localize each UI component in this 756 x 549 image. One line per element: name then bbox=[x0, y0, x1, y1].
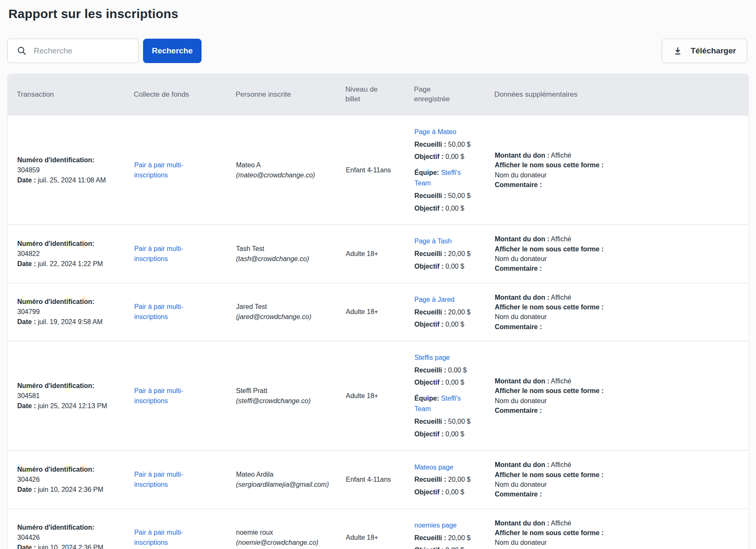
goal-label: Objectif : bbox=[414, 379, 443, 386]
team-goal-value: 0,00 $ bbox=[446, 205, 464, 212]
id-label: Numéro d'identification: bbox=[17, 382, 94, 389]
registrant-cell: noemie roux (noemie@crowdchange.co) bbox=[226, 528, 336, 548]
registered-page-link[interactable]: noemies page bbox=[414, 522, 457, 529]
ticket-level-cell: Adulte 18+ bbox=[336, 307, 405, 317]
registered-page-link[interactable]: Page à Mateo bbox=[414, 128, 456, 135]
id-label: Numéro d'identification: bbox=[17, 156, 94, 164]
transaction-id: 304426 bbox=[17, 475, 114, 485]
registered-page-link[interactable]: Steffis page bbox=[414, 354, 450, 361]
donation-amount-value: Affiché bbox=[551, 520, 571, 527]
donation-amount-label: Montant du don : bbox=[495, 235, 549, 243]
registrant-email: (sergioardilamejia@gmail.com) bbox=[236, 480, 326, 490]
goal-value: 0,00 $ bbox=[446, 488, 464, 496]
ticket-level: Enfant 4-11ans bbox=[346, 166, 391, 174]
registered-page-cell: Page à Mateo Recueilli : 50,00 $ Objecti… bbox=[405, 125, 485, 215]
registrant-email: (steffi@crowdchange.co) bbox=[236, 396, 326, 406]
comment-label: Commentaire : bbox=[495, 265, 542, 272]
fundraiser-link[interactable]: Pair à pair multi-inscriptions bbox=[134, 161, 183, 179]
registrant-cell: Steffi Pratt (steffi@crowdchange.co) bbox=[226, 386, 336, 406]
registered-page-link[interactable]: Mateos page bbox=[414, 464, 454, 471]
display-name-label: Afficher le nom sous cette forme : bbox=[495, 471, 604, 478]
ticket-level: Adulte 18+ bbox=[346, 392, 378, 399]
transaction-id: 304581 bbox=[17, 391, 114, 401]
display-name-label: Afficher le nom sous cette forme : bbox=[495, 245, 604, 253]
registered-page-link[interactable]: Page à Tash bbox=[414, 238, 452, 245]
collected-value: 20,00 $ bbox=[448, 476, 470, 483]
column-header-registered-page: Page enregistrée bbox=[404, 85, 485, 104]
additional-data-cell: Montant du don : Affiché Afficher le nom… bbox=[485, 376, 624, 415]
team-goal-label: Objectif : bbox=[414, 205, 443, 212]
search-box bbox=[7, 39, 139, 63]
fundraiser-link[interactable]: Pair à pair multi-inscriptions bbox=[134, 303, 183, 320]
fundraiser-link[interactable]: Pair à pair multi-inscriptions bbox=[134, 471, 183, 488]
fundraiser-cell: Pair à pair multi-inscriptions bbox=[125, 244, 226, 264]
registered-page-cell: Page à Jared Recueilli : 20,00 $ Objecti… bbox=[405, 293, 485, 332]
search-input[interactable] bbox=[34, 46, 133, 55]
ticket-level: Adulte 18+ bbox=[346, 308, 378, 315]
date-label: Date : bbox=[17, 486, 36, 493]
ticket-level: Adulte 18+ bbox=[346, 250, 378, 257]
transaction-date: juin 25, 2024 12:13 PM bbox=[38, 402, 107, 409]
additional-data-cell: Montant du don : Affiché Afficher le nom… bbox=[485, 460, 624, 499]
column-header-fundraiser: Collecte de fonds bbox=[124, 90, 226, 100]
donation-amount-label: Montant du don : bbox=[495, 520, 549, 527]
donation-amount-value: Affiché bbox=[551, 377, 571, 385]
date-label: Date : bbox=[17, 318, 36, 325]
registrant-cell: Mateo A (mateo@crowdchange.co) bbox=[226, 160, 336, 180]
table-header-row: Transaction Collecte de fonds Personne i… bbox=[7, 74, 749, 116]
team-label: Équipe: bbox=[414, 169, 439, 176]
goal-label: Objectif : bbox=[414, 546, 443, 549]
registrant-name: Jared Test bbox=[236, 302, 326, 312]
date-label: Date : bbox=[17, 260, 36, 267]
fundraiser-link[interactable]: Pair à pair multi-inscriptions bbox=[134, 529, 183, 546]
goal-label: Objectif : bbox=[414, 263, 443, 270]
table-row: Numéro d'identification: 304799 Date : j… bbox=[8, 283, 748, 341]
display-name-value: Nom du donateur bbox=[495, 172, 547, 179]
transaction-date: juil. 22, 2024 1:22 PM bbox=[38, 260, 103, 267]
comment-label: Commentaire : bbox=[495, 181, 542, 188]
fundraiser-cell: Pair à pair multi-inscriptions bbox=[125, 160, 226, 180]
toolbar: Recherche Télécharger bbox=[7, 39, 749, 63]
registrant-email: (tash@crowdchange.co) bbox=[236, 254, 326, 264]
table-row: Numéro d'identification: 304859 Date : j… bbox=[8, 116, 748, 225]
donation-amount-value: Affiché bbox=[551, 461, 571, 468]
goal-label: Objectif : bbox=[414, 488, 443, 496]
collected-value: 0,00 $ bbox=[448, 367, 467, 374]
fundraiser-link[interactable]: Pair à pair multi-inscriptions bbox=[134, 245, 183, 262]
ticket-level-cell: Adulte 18+ bbox=[336, 391, 405, 401]
donation-amount-label: Montant du don : bbox=[495, 377, 549, 385]
collected-value: 20,00 $ bbox=[448, 534, 470, 541]
ticket-level: Adulte 18+ bbox=[346, 534, 378, 541]
id-label: Numéro d'identification: bbox=[17, 524, 94, 531]
team-collected-label: Recueilli : bbox=[414, 192, 446, 199]
registered-page-link[interactable]: Page à Jared bbox=[414, 296, 454, 303]
fundraiser-cell: Pair à pair multi-inscriptions bbox=[125, 470, 226, 490]
registrant-name: Mateo A bbox=[236, 160, 326, 170]
registrant-name: Mateo Ardila bbox=[236, 470, 326, 480]
table-row: Numéro d'identification: 304426 Date : j… bbox=[8, 509, 748, 549]
ticket-level-cell: Adulte 18+ bbox=[336, 533, 405, 543]
collected-label: Recueilli : bbox=[414, 250, 446, 257]
display-name-label: Afficher le nom sous cette forme : bbox=[495, 529, 604, 536]
team-block: Équipe: Steffi's Team Recueilli : 50,00 … bbox=[414, 393, 475, 439]
transaction-id: 304859 bbox=[17, 165, 114, 175]
display-name-value: Nom du donateur bbox=[495, 539, 547, 546]
goal-value: 0,00 $ bbox=[446, 546, 464, 549]
team-collected-label: Recueilli : bbox=[414, 418, 446, 425]
download-button[interactable]: Télécharger bbox=[662, 39, 747, 63]
search-button[interactable]: Recherche bbox=[143, 39, 202, 63]
display-name-value: Nom du donateur bbox=[495, 397, 547, 404]
goal-label: Objectif : bbox=[414, 153, 443, 160]
display-name-value: Nom du donateur bbox=[495, 313, 547, 320]
team-label: Équipe: bbox=[414, 395, 439, 402]
additional-data-cell: Montant du don : Affiché Afficher le nom… bbox=[485, 518, 624, 549]
fundraiser-link[interactable]: Pair à pair multi-inscriptions bbox=[134, 387, 183, 404]
date-label: Date : bbox=[17, 177, 36, 184]
registrant-email: (jared@crowdchange.co) bbox=[236, 312, 326, 322]
team-collected-value: 50,00 $ bbox=[448, 192, 470, 199]
comment-label: Commentaire : bbox=[495, 323, 542, 330]
goal-value: 0,00 $ bbox=[446, 379, 464, 386]
search-icon bbox=[17, 46, 27, 56]
donation-amount-label: Montant du don : bbox=[495, 461, 549, 468]
donation-amount-label: Montant du don : bbox=[495, 294, 549, 301]
